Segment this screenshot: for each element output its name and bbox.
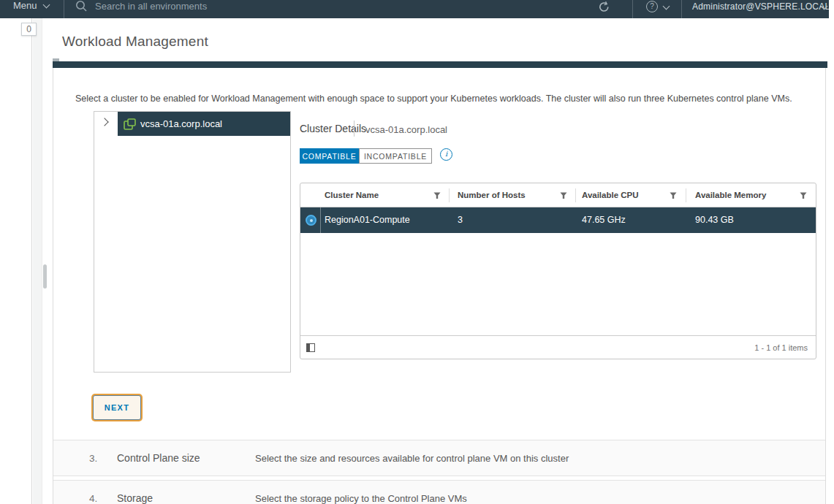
chevron-down-icon [43, 1, 50, 9]
sidebar-count-badge: 0 [21, 23, 37, 36]
table-row-regiona01-compute[interactable]: RegionA01-Compute 3 47.65 GHz 90.43 GB [300, 207, 816, 233]
pagination-summary: 1 - 1 of 1 items [754, 336, 808, 359]
filter-icon[interactable] [670, 192, 677, 199]
cluster-radio-selected[interactable] [306, 215, 316, 226]
wizard-step-storage[interactable]: 4. Storage Select the storage policy to … [53, 480, 825, 504]
info-icon[interactable]: i [440, 148, 452, 161]
filter-icon[interactable] [800, 192, 807, 199]
cell-available-cpu: 47.65 GHz [582, 207, 626, 233]
wizard-step-control-plane-size[interactable]: 3. Control Plane size Select the size an… [53, 440, 825, 476]
search-icon [75, 0, 88, 12]
table-footer: 1 - 1 of 1 items [300, 335, 816, 359]
cell-number-of-hosts: 3 [458, 207, 463, 233]
table-header-row: Cluster Name Number of Hosts Available C… [300, 183, 816, 207]
divider [681, 0, 682, 18]
step-number: 3. [89, 440, 97, 476]
column-header-available-cpu: Available CPU [582, 183, 639, 207]
divider [686, 188, 686, 202]
step-description: Select the size and resources available … [255, 440, 569, 476]
column-header-number-of-hosts: Number of Hosts [458, 183, 526, 207]
next-button[interactable]: NEXT [93, 395, 141, 420]
search-input[interactable]: Search in all environments [95, 1, 207, 12]
cluster-details-context: vcsa-01a.corp.local [365, 124, 447, 135]
divider [64, 0, 64, 18]
step-label: Control Plane size [117, 440, 200, 476]
menu-button[interactable]: Menu [13, 0, 37, 11]
divider [354, 121, 355, 137]
divider [449, 188, 450, 202]
cell-available-memory: 90.43 GB [695, 207, 734, 233]
column-header-available-memory: Available Memory [695, 183, 766, 207]
vcenter-icon [124, 118, 136, 130]
step-description: Select the storage policy to the Control… [255, 481, 467, 504]
column-picker-icon[interactable] [306, 343, 315, 352]
filter-icon[interactable] [433, 192, 441, 199]
tree-item-label: vcsa-01a.corp.local [140, 118, 222, 129]
step-description-text: Select a cluster to be enabled for Workl… [75, 93, 814, 104]
chevron-down-icon[interactable] [663, 3, 670, 10]
filter-icon[interactable] [560, 192, 567, 199]
page-title: Workload Management [62, 34, 208, 50]
tree-item-vcenter[interactable]: vcsa-01a.corp.local [118, 112, 290, 136]
cluster-details-heading: Cluster Details [300, 123, 366, 134]
divider [575, 188, 576, 202]
collapsed-sidebar[interactable] [0, 18, 32, 504]
step-label: Storage [117, 481, 153, 504]
cluster-table: Cluster Name Number of Hosts Available C… [300, 183, 816, 359]
step-number: 4. [89, 481, 97, 504]
user-menu[interactable]: Administrator@VSPHERE.LOCAL [692, 1, 829, 12]
panel-resize-handle[interactable] [43, 264, 47, 289]
divider [632, 0, 633, 18]
column-header-cluster-name: Cluster Name [325, 183, 379, 207]
tab-incompatible[interactable]: INCOMPATIBLE [359, 148, 432, 164]
inventory-tree-panel [94, 111, 291, 373]
refresh-icon[interactable] [598, 1, 610, 13]
tab-compatible[interactable]: COMPATIBLE [300, 148, 359, 164]
active-step-header-bar [53, 61, 827, 68]
cell-cluster-name: RegionA01-Compute [325, 207, 410, 233]
top-nav-bar: Menu Search in all environments ? Admini… [0, 0, 829, 18]
global-search[interactable]: Search in all environments [75, 0, 207, 12]
panel-resize-gutter [33, 18, 42, 504]
divider [320, 207, 321, 233]
help-icon[interactable]: ? [646, 1, 658, 12]
